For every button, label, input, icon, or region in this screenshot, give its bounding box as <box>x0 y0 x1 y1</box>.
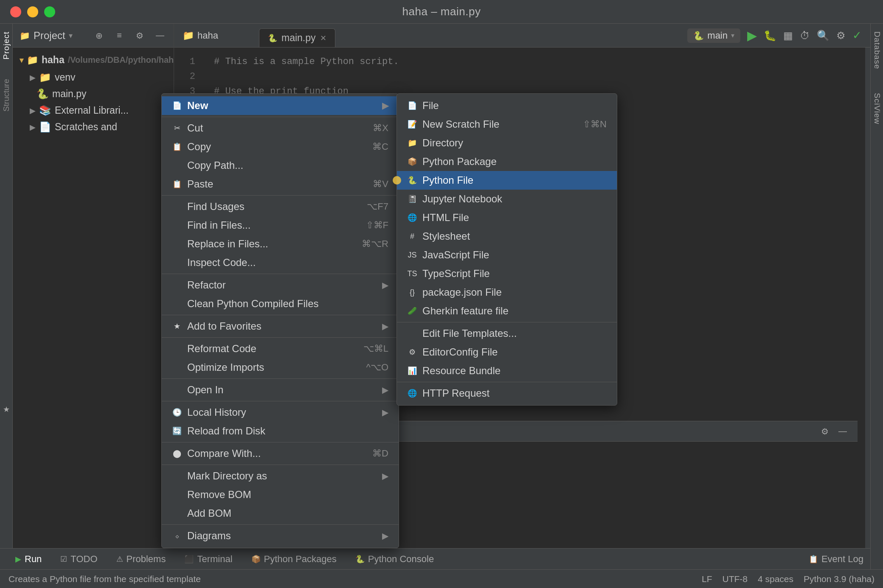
tab-name: main.py <box>281 32 316 44</box>
project-close-icon[interactable]: — <box>153 29 167 42</box>
venv-folder[interactable]: ▶ 📁 venv <box>13 69 174 86</box>
submenu-gherkin-item[interactable]: 🥒 Gherkin feature file <box>397 302 617 320</box>
menu-item-clean-compiled[interactable]: Clean Python Compiled Files <box>162 294 399 313</box>
submenu-ts-item[interactable]: TS TypeScript File <box>397 264 617 283</box>
project-panel: 📁 Project ▾ ⊕ ≡ ⚙ — ▾ 📁 haha /Volumes/DB… <box>13 24 174 588</box>
submenu-html-item[interactable]: 🌐 HTML File <box>397 208 617 227</box>
project-settings-icon[interactable]: ⚙ <box>133 29 146 42</box>
submenu-scratch-label: New Scratch File <box>422 118 499 130</box>
run-settings-icon[interactable]: ⚙ <box>818 425 831 438</box>
run-button[interactable]: ▶ <box>747 28 757 43</box>
scratches-item[interactable]: ▶ 📄 Scratches and <box>13 119 174 135</box>
diagrams-icon: ⬦ <box>172 531 182 541</box>
run-config-selector[interactable]: 🐍 main ▾ <box>687 28 740 43</box>
editor-scrollbar[interactable] <box>865 48 870 588</box>
submenu-edit-templates-item[interactable]: Edit File Templates... <box>397 324 617 343</box>
menu-item-open-in[interactable]: Open In ▶ <box>162 381 399 399</box>
compare-icon: ⬤ <box>172 448 182 459</box>
main-py-tab[interactable]: 🐍 main.py ✕ <box>259 28 335 47</box>
settings-button[interactable]: ⚙ <box>836 30 846 42</box>
menu-item-copy[interactable]: 📋 Copy ⌘C <box>162 137 399 156</box>
project-tree: ▾ 📁 haha /Volumes/DBA/python/haha ▶ 📁 ve… <box>13 48 174 588</box>
mark-dir-arrow-icon: ▶ <box>382 471 388 481</box>
indent[interactable]: 4 spaces <box>758 574 793 584</box>
submenu-http-request-item[interactable]: 🌐 HTTP Request <box>397 384 617 403</box>
html-icon: 🌐 <box>407 213 417 223</box>
menu-item-copy-path[interactable]: Copy Path... <box>162 156 399 175</box>
menu-item-optimize-imports[interactable]: Optimize Imports ^⌥O <box>162 358 399 377</box>
submenu-directory-item[interactable]: 📁 Directory <box>397 134 617 152</box>
locate-in-tree-icon[interactable]: ⊕ <box>92 29 106 42</box>
favorites-arrow-icon: ▶ <box>382 321 388 331</box>
search-button[interactable]: 🔍 <box>817 30 830 42</box>
project-root-item[interactable]: ▾ 📁 haha /Volumes/DBA/python/haha <box>13 51 174 69</box>
submenu-python-file-item[interactable]: 🐍 Python File <box>397 171 617 190</box>
event-log-tab[interactable]: 📋 Event Log <box>809 554 863 565</box>
menu-item-cut[interactable]: ✂ Cut ⌘X <box>162 119 399 137</box>
menu-item-local-history[interactable]: 🕒 Local History ▶ <box>162 403 399 422</box>
menu-item-add-favorites[interactable]: ★ Add to Favorites ▶ <box>162 317 399 336</box>
coverage-button[interactable]: ▦ <box>783 30 793 42</box>
todo-bottom-tab[interactable]: ☑ TODO <box>52 551 106 567</box>
external-libraries-item[interactable]: ▶ 📚 External Librari... <box>13 102 174 119</box>
favorites-icon[interactable]: ★ <box>3 405 10 414</box>
project-dropdown-icon[interactable]: ▾ <box>69 31 73 40</box>
external-libraries-name: External Librari... <box>55 105 129 116</box>
breadcrumb: 📁 haha <box>183 30 218 41</box>
css-icon: # <box>407 231 417 241</box>
submenu-scratch-item[interactable]: 📝 New Scratch File ⇧⌘N <box>397 115 617 134</box>
collapse-all-icon[interactable]: ≡ <box>112 29 126 42</box>
menu-refactor-label: Refactor <box>187 279 226 291</box>
submenu-resource-bundle-item[interactable]: 📊 Resource Bundle <box>397 361 617 380</box>
debug-button[interactable]: 🐛 <box>764 30 776 42</box>
maximize-button[interactable] <box>44 6 55 17</box>
project-tab[interactable]: Project <box>0 24 13 67</box>
tab-close-icon[interactable]: ✕ <box>320 34 326 43</box>
submenu-python-package-item[interactable]: 📦 Python Package <box>397 152 617 171</box>
menu-item-paste[interactable]: 📋 Paste ⌘V <box>162 175 399 193</box>
profile-button[interactable]: ⏱ <box>800 30 810 42</box>
copy-path-icon <box>172 160 182 171</box>
submenu-file-item[interactable]: 📄 File <box>397 96 617 115</box>
clean-icon <box>172 299 182 309</box>
terminal-bottom-tab[interactable]: ⬛ Terminal <box>176 551 241 567</box>
menu-item-reformat[interactable]: Reformat Code ⌥⌘L <box>162 339 399 358</box>
http-request-icon: 🌐 <box>407 388 417 398</box>
main-py-file[interactable]: 🐍 main.py <box>13 86 174 102</box>
menu-item-reload-disk[interactable]: 🔄 Reload from Disk <box>162 422 399 440</box>
submenu-js-item[interactable]: JS JavaScript File <box>397 246 617 264</box>
python-packages-bottom-tab[interactable]: 📦 Python Packages <box>243 551 345 567</box>
menu-item-find-in-files[interactable]: Find in Files... ⇧⌘F <box>162 216 399 235</box>
menu-item-remove-bom[interactable]: Remove BOM <box>162 485 399 504</box>
python-console-bottom-tab[interactable]: 🐍 Python Console <box>347 551 442 567</box>
context-menu: 📄 New ▶ ✂ Cut ⌘X 📋 Copy ⌘C Copy Path... … <box>161 93 399 548</box>
menu-item-mark-directory[interactable]: Mark Directory as ▶ <box>162 467 399 485</box>
submenu-package-json-item[interactable]: {} package.json File <box>397 283 617 302</box>
menu-item-diagrams[interactable]: ⬦ Diagrams ▶ <box>162 526 399 545</box>
menu-item-refactor[interactable]: Refactor ▶ <box>162 276 399 294</box>
python-version[interactable]: Python 3.9 (haha) <box>804 574 875 584</box>
menu-item-compare-with[interactable]: ⬤ Compare With... ⌘D <box>162 444 399 463</box>
submenu-jupyter-item[interactable]: 📓 Jupyter Notebook <box>397 190 617 208</box>
sciview-tab[interactable]: SciView <box>870 85 883 132</box>
menu-item-add-bom[interactable]: Add BOM <box>162 504 399 523</box>
menu-item-replace-in-files[interactable]: Replace in Files... ⌘⌥R <box>162 235 399 253</box>
menu-find-in-files-label: Find in Files... <box>187 219 250 231</box>
line-ending[interactable]: LF <box>702 574 712 584</box>
menu-add-bom-label: Add BOM <box>187 507 231 519</box>
close-button[interactable] <box>10 6 21 17</box>
database-tab[interactable]: Database <box>870 24 883 77</box>
problems-bottom-tab[interactable]: ⚠ Problems <box>108 551 174 567</box>
menu-item-new[interactable]: 📄 New ▶ <box>162 96 399 115</box>
minimize-button[interactable] <box>27 6 38 17</box>
submenu-http-request-label: HTTP Request <box>422 387 489 399</box>
structure-tab[interactable]: Structure <box>0 71 13 119</box>
submenu-editorconfig-item[interactable]: ⚙ EditorConfig File <box>397 343 617 361</box>
encoding[interactable]: UTF-8 <box>722 574 748 584</box>
menu-item-inspect-code[interactable]: Inspect Code... <box>162 253 399 272</box>
menu-item-find-usages[interactable]: Find Usages ⌥F7 <box>162 197 399 216</box>
run-minimize-icon[interactable]: — <box>836 425 849 438</box>
run-bottom-tab[interactable]: ▶ Run <box>7 551 50 567</box>
submenu-stylesheet-item[interactable]: # Stylesheet <box>397 227 617 246</box>
package-json-icon: {} <box>407 287 417 297</box>
